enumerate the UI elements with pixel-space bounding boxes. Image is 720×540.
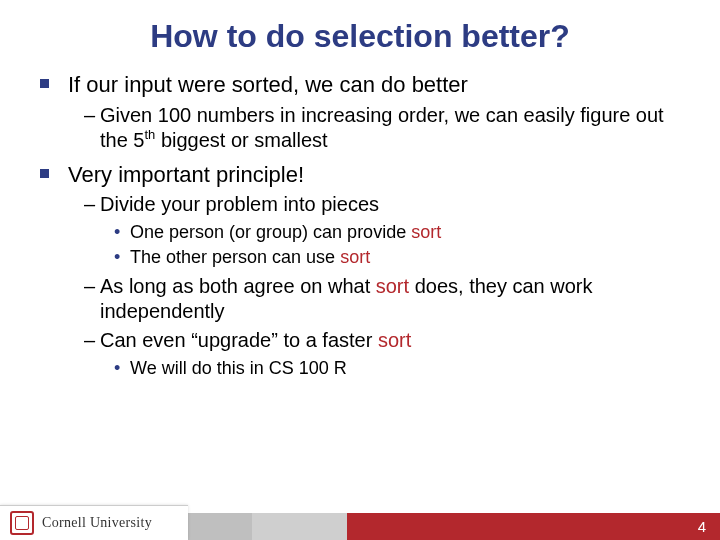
slide: How to do selection better? If our input… [0, 0, 720, 540]
bullet-level3: • The other person can use sort [114, 246, 680, 269]
slide-title: How to do selection better? [0, 0, 720, 55]
text: As long as both agree on what sort does,… [100, 275, 593, 322]
text: We will do this in CS 100 R [130, 358, 347, 378]
text: If our input were sorted, we can do bett… [68, 72, 468, 97]
superscript: th [144, 127, 155, 142]
text: Very important principle! [68, 162, 304, 187]
text: The other person can use sort [130, 247, 370, 267]
text: Given 100 numbers in increasing order, w… [100, 104, 664, 151]
text-part: As long as both agree on what [100, 275, 376, 297]
keyword: sort [411, 222, 441, 242]
footer: Cornell University 4 [0, 506, 720, 540]
bullet-level2: – Divide your problem into pieces [84, 192, 680, 217]
square-bullet-icon [40, 79, 49, 88]
keyword: sort [376, 275, 409, 297]
keyword: sort [378, 329, 411, 351]
bullet-level1: Very important principle! [58, 161, 680, 189]
dot-bullet-icon: • [114, 357, 120, 380]
text: Divide your problem into pieces [100, 193, 379, 215]
text-part: The other person can use [130, 247, 340, 267]
bullet-level3: • One person (or group) can provide sort [114, 221, 680, 244]
text-part: Can even “upgrade” to a faster [100, 329, 378, 351]
dash-bullet-icon: – [84, 192, 95, 217]
page-number: 4 [698, 518, 706, 535]
dot-bullet-icon: • [114, 246, 120, 269]
footer-grey-block [188, 513, 252, 540]
university-seal-icon [10, 511, 34, 535]
slide-body: If our input were sorted, we can do bett… [0, 55, 720, 380]
bullet-level3: • We will do this in CS 100 R [114, 357, 680, 380]
university-name: Cornell University [42, 515, 152, 531]
dash-bullet-icon: – [84, 274, 95, 299]
square-bullet-icon [40, 169, 49, 178]
bullet-level1: If our input were sorted, we can do bett… [58, 71, 680, 99]
dash-bullet-icon: – [84, 328, 95, 353]
dash-bullet-icon: – [84, 103, 95, 128]
text-part: One person (or group) can provide [130, 222, 411, 242]
text: Can even “upgrade” to a faster sort [100, 329, 411, 351]
footer-logo-box: Cornell University [0, 505, 188, 540]
keyword: sort [340, 247, 370, 267]
text: One person (or group) can provide sort [130, 222, 441, 242]
bullet-level2: – Given 100 numbers in increasing order,… [84, 103, 680, 153]
footer-grey-block [252, 513, 347, 540]
text-part: biggest or smallest [155, 129, 327, 151]
bullet-level2: – As long as both agree on what sort doe… [84, 274, 680, 324]
bullet-level2: – Can even “upgrade” to a faster sort [84, 328, 680, 353]
dot-bullet-icon: • [114, 221, 120, 244]
